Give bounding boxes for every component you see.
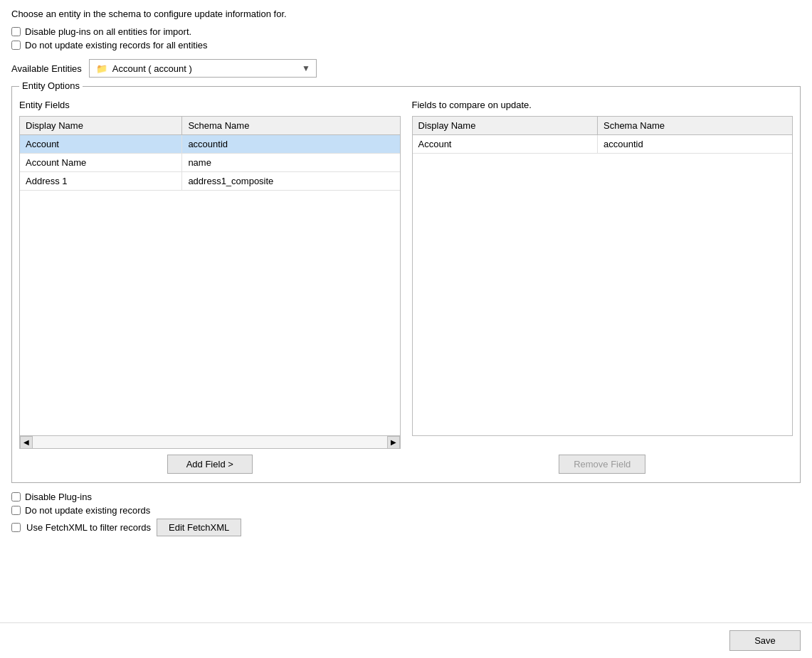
edit-fetchxml-button[interactable]: Edit FetchXML <box>157 519 241 536</box>
left-panel-title: Entity Fields <box>19 100 401 110</box>
display-name-cell: Address 1 <box>20 172 182 191</box>
entity-checkbox-3-row: Use FetchXML to filter records Edit Fetc… <box>11 519 801 536</box>
global-checkbox-2-input[interactable] <box>11 41 21 50</box>
entity-checkbox-1-label: Disable Plug-ins <box>25 492 92 502</box>
entity-checkbox-2[interactable]: Do not update existing records <box>11 505 801 516</box>
left-table-container[interactable]: Display Name Schema Name Accountaccounti… <box>19 116 401 436</box>
entity-checkbox-1-input[interactable] <box>11 492 21 502</box>
save-button[interactable]: Save <box>729 630 801 651</box>
table-row[interactable]: Account Namename <box>20 154 400 172</box>
entity-selector-label: Available Entities <box>11 63 82 74</box>
table-row[interactable]: Accountaccountid <box>413 135 793 154</box>
entity-options-inner: Entity Fields Display Name Schema Name A… <box>19 100 793 449</box>
entity-checkbox-1[interactable]: Disable Plug-ins <box>11 492 801 502</box>
entity-selector-row: Available Entities 📁 Account ( account )… <box>11 59 801 78</box>
right-data-table: Display Name Schema Name Accountaccounti… <box>413 117 793 154</box>
scroll-track[interactable] <box>33 436 387 448</box>
global-checkbox-1-label: Disable plug-ins on all entities for imp… <box>25 26 191 37</box>
left-data-table: Display Name Schema Name Accountaccounti… <box>20 117 400 191</box>
entity-checkbox-3-input[interactable] <box>11 523 21 532</box>
right-col-display-name: Display Name <box>413 117 598 135</box>
entity-checkbox-3-label: Use FetchXML to filter records <box>26 522 151 533</box>
right-table-container[interactable]: Display Name Schema Name Accountaccounti… <box>412 116 793 436</box>
entity-checkboxes: Disable Plug-ins Do not update existing … <box>11 492 801 536</box>
right-col-schema-name: Schema Name <box>597 117 792 135</box>
schema-name-cell: name <box>182 154 400 172</box>
schema-name-cell: accountid <box>597 135 792 154</box>
table-row[interactable]: Accountaccountid <box>20 135 400 154</box>
global-checkbox-2[interactable]: Do not update existing records for all e… <box>11 40 801 51</box>
group-legend: Entity Options <box>19 80 83 91</box>
chevron-down-icon: ▼ <box>302 63 310 73</box>
right-actions: Remove Field <box>412 455 793 474</box>
schema-name-cell: address1_composite <box>182 172 400 191</box>
left-col-schema-name: Schema Name <box>182 117 400 135</box>
entity-folder-icon: 📁 <box>95 62 108 75</box>
entity-dropdown-value: Account ( account ) <box>112 63 192 74</box>
table-row[interactable]: Address 1address1_composite <box>20 172 400 191</box>
entity-options-group: Entity Options Entity Fields Display Nam… <box>11 86 801 483</box>
add-field-button[interactable]: Add Field > <box>167 455 253 474</box>
global-checkbox-1[interactable]: Disable plug-ins on all entities for imp… <box>11 26 801 37</box>
display-name-cell: Account <box>413 135 598 154</box>
entity-checkbox-2-label: Do not update existing records <box>25 505 150 516</box>
display-name-cell: Account <box>20 135 182 154</box>
entity-dropdown[interactable]: 📁 Account ( account ) ▼ <box>89 59 317 78</box>
scroll-left-btn[interactable]: ◀ <box>20 436 33 449</box>
left-scrollbar[interactable]: ◀ ▶ <box>19 436 401 449</box>
remove-field-button[interactable]: Remove Field <box>559 455 645 474</box>
right-panel: Fields to compare on update. Display Nam… <box>412 100 793 449</box>
global-checkbox-1-input[interactable] <box>11 27 21 36</box>
action-buttons-row: Add Field > Remove Field <box>19 455 793 474</box>
right-panel-title: Fields to compare on update. <box>412 100 793 110</box>
schema-name-cell: accountid <box>182 135 400 154</box>
scroll-right-btn[interactable]: ▶ <box>387 436 400 449</box>
entity-checkbox-2-input[interactable] <box>11 506 21 515</box>
left-actions: Add Field > <box>19 455 412 474</box>
footer: Save <box>0 622 812 658</box>
global-checkbox-2-label: Do not update existing records for all e… <box>25 40 208 51</box>
left-col-display-name: Display Name <box>20 117 182 135</box>
intro-text: Choose an entity in the schema to config… <box>11 9 801 19</box>
display-name-cell: Account Name <box>20 154 182 172</box>
left-panel: Entity Fields Display Name Schema Name A… <box>19 100 401 449</box>
